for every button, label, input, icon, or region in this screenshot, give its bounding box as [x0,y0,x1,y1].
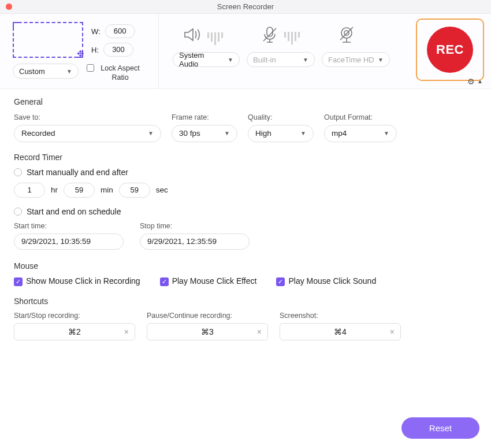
region-preset-select[interactable]: Custom ▼ [13,64,79,79]
chevron-down-icon: ▼ [66,68,72,75]
timer-schedule-label: Start and end on schedule [27,207,121,216]
shortcut-startstop-input[interactable]: ⌘2× [14,323,135,340]
show-click-checkbox[interactable]: ✓Show Mouse Click in Recording [14,276,140,286]
reset-button[interactable]: Reset [401,417,479,439]
minutes-unit: min [101,186,113,194]
checkmark-icon: ✓ [276,277,285,286]
audio-source-value: System Audio [179,51,224,68]
region-preset-value: Custom [19,67,45,76]
timer-manual-radio[interactable]: Start manually and end after [14,168,477,177]
speaker-icon [182,24,223,45]
start-time-label: Start time: [14,222,124,230]
section-mouse: Mouse [14,261,477,271]
mic-source-value: Built-in [253,55,276,64]
fps-select[interactable]: 30 fps▼ [172,125,237,142]
shortcut-pause-input[interactable]: ⌘3× [147,323,268,340]
clear-icon[interactable]: × [124,327,129,336]
titlebar: Screen Recorder [0,0,491,14]
chevron-down-icon: ▼ [300,130,306,136]
shortcut-startstop-label: Start/Stop recording: [14,312,135,320]
lock-aspect-checkbox[interactable]: Lock Aspect Ratio [87,64,143,83]
quality-label: Quality: [248,113,314,121]
chevron-down-icon: ▼ [228,57,233,63]
height-label: H: [91,46,99,54]
shortcut-pause-label: Pause/Continue recording: [147,312,268,320]
lock-aspect-label: Lock Aspect Ratio [98,64,143,83]
save-to-label: Save to: [14,113,161,121]
seconds-unit: sec [156,186,168,194]
stop-time-label: Stop time: [140,222,250,230]
camera-off-icon [337,25,356,45]
microphone-off-icon [260,25,300,45]
start-time-input[interactable]: 9/29/2021, 10:35:59 [14,234,124,250]
format-label: Output Format: [324,113,397,121]
section-general: General [14,97,477,106]
checkmark-icon: ✓ [160,277,169,286]
format-select[interactable]: mp4▼ [324,125,397,142]
audio-source-select[interactable]: System Audio▼ [173,52,240,67]
height-input[interactable]: 300 [103,43,133,57]
timer-minutes-input[interactable]: 59 [64,183,95,198]
section-shortcuts: Shortcuts [14,297,477,306]
section-record-timer: Record Timer [14,153,477,162]
window-title: Screen Recorder [0,2,491,11]
collapse-caret-icon[interactable]: ▲ [477,78,483,84]
timer-manual-label: Start manually and end after [27,168,128,177]
shortcut-screenshot-input[interactable]: ⌘4× [280,323,401,340]
chevron-down-icon: ▼ [378,57,384,63]
clear-icon[interactable]: × [257,327,262,336]
play-sound-checkbox[interactable]: ✓Play Mouse Click Sound [276,276,376,286]
timer-schedule-radio[interactable]: Start and end on schedule [14,207,477,216]
hours-unit: hr [51,186,58,194]
quality-select[interactable]: High▼ [248,125,314,142]
width-label: W: [91,27,101,36]
clear-icon[interactable]: × [390,327,395,336]
record-button[interactable]: REC [416,18,484,81]
camera-source-value: FaceTime HD [328,55,374,64]
mic-source-select[interactable]: Built-in▼ [247,52,315,67]
width-input[interactable]: 600 [105,24,135,38]
camera-source-select[interactable]: FaceTime HD▼ [322,52,390,67]
capture-region-selector[interactable]: ✥ [13,22,83,58]
save-to-select[interactable]: Recorded▼ [14,125,161,142]
chevron-down-icon: ▼ [224,130,230,136]
shortcut-screenshot-label: Screenshot: [280,312,401,320]
chevron-down-icon: ▼ [148,130,154,136]
checkmark-icon: ✓ [14,277,23,286]
move-icon: ✥ [77,49,84,59]
radio-icon [14,168,22,176]
fps-label: Frame rate: [172,113,237,121]
timer-seconds-input[interactable]: 59 [119,183,150,198]
chevron-down-icon: ▼ [384,130,389,136]
timer-hours-input[interactable]: 1 [14,183,45,198]
chevron-down-icon: ▼ [303,57,308,63]
settings-gear-icon[interactable]: ⚙ [467,77,475,86]
play-effect-checkbox[interactable]: ✓Play Mouse Click Effect [160,276,257,286]
radio-icon [14,208,22,216]
stop-time-input[interactable]: 9/29/2021, 12:35:59 [140,234,250,250]
record-label: REC [436,42,464,57]
